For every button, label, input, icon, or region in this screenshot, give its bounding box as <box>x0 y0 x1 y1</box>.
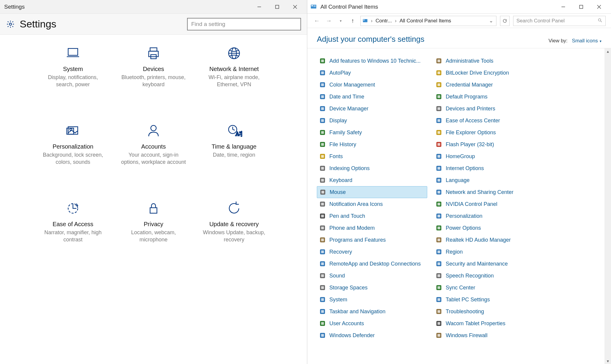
audio-icon <box>436 237 442 243</box>
cp-item-mouse[interactable]: Mouse <box>317 186 427 198</box>
viewby-value: Small icons <box>572 38 598 44</box>
shield-icon <box>319 332 326 339</box>
tile-personalization[interactable]: Personalization Background, lock screen,… <box>33 123 113 188</box>
tile-system[interactable]: System Display, notifications, search, p… <box>33 45 113 111</box>
tile-update[interactable]: Update & recovery Windows Update, backup… <box>194 200 274 266</box>
scroll-down-icon[interactable]: ▾ <box>607 359 609 363</box>
cp-item-homegroup[interactable]: HomeGroup <box>433 150 544 162</box>
cp-item-administrative-tools[interactable]: Administrative Tools <box>433 55 544 67</box>
cp-item-label: NVIDIA Control Panel <box>446 201 497 207</box>
breadcrumb-current[interactable]: All Control Panel Items <box>399 18 451 24</box>
minimize-button[interactable] <box>250 1 268 13</box>
recovery-icon <box>319 249 326 255</box>
keyboard-icon <box>319 177 326 183</box>
svg-rect-28 <box>580 5 583 8</box>
cp-item-region[interactable]: Region <box>433 246 544 258</box>
cp-item-label: Sync Center <box>446 285 475 291</box>
box-icon <box>319 237 326 243</box>
cp-item-devices-and-printers[interactable]: Devices and Printers <box>433 103 544 115</box>
cp-item-language[interactable]: Language <box>433 174 544 186</box>
svg-rect-66 <box>437 143 440 146</box>
recent-dropdown-icon[interactable]: ▾ <box>337 17 345 25</box>
cp-item-wacom-tablet-properties[interactable]: Wacom Tablet Properties <box>433 317 544 329</box>
cp-item-nvidia-control-panel[interactable]: NVIDIA Control Panel <box>433 198 544 210</box>
cp-item-programs-and-features[interactable]: Programs and Features <box>317 234 427 246</box>
cp-item-color-management[interactable]: Color Management <box>317 79 427 91</box>
tile-privacy[interactable]: Privacy Location, webcam, microphone <box>113 200 194 266</box>
cp-item-recovery[interactable]: Recovery <box>317 246 427 258</box>
tile-accounts[interactable]: Accounts Your account, sign-in options, … <box>113 123 194 188</box>
cp-item-fonts[interactable]: Fonts <box>317 150 427 162</box>
cp-item-display[interactable]: Display <box>317 115 427 127</box>
cp-item-file-history[interactable]: File History <box>317 138 427 150</box>
tile-network[interactable]: Network & Internet Wi-Fi, airplane mode,… <box>194 45 274 111</box>
settings-search-input[interactable] <box>191 21 297 27</box>
cp-item-taskbar-and-navigation[interactable]: Taskbar and Navigation <box>317 306 427 317</box>
cp-item-power-options[interactable]: Power Options <box>433 222 544 234</box>
up-button[interactable]: ↑ <box>348 17 357 25</box>
tablet-icon <box>436 296 442 303</box>
address-bar[interactable]: › Contr... › All Control Panel Items ⌄ <box>360 16 496 26</box>
cp-item-ease-of-access-center[interactable]: Ease of Access Center <box>433 115 544 127</box>
viewby-dropdown[interactable]: Small icons▾ <box>572 38 601 44</box>
cp-item-realtek-hd-audio-manager[interactable]: Realtek HD Audio Manager <box>433 234 544 246</box>
cp-item-internet-options[interactable]: Internet Options <box>433 162 544 174</box>
cp-item-tablet-pc-settings[interactable]: Tablet PC Settings <box>433 294 544 306</box>
cp-item-remoteapp-and-desktop-connections[interactable]: RemoteApp and Desktop Connections <box>317 258 427 270</box>
cp-item-troubleshooting[interactable]: Troubleshooting <box>433 306 544 317</box>
cp-item-bitlocker-drive-encryption[interactable]: BitLocker Drive Encryption <box>433 67 544 79</box>
address-dropdown-icon[interactable]: ⌄ <box>488 18 494 24</box>
cp-item-network-and-sharing-center[interactable]: Network and Sharing Center <box>433 186 544 198</box>
back-button[interactable]: ← <box>313 17 321 25</box>
cp-item-device-manager[interactable]: Device Manager <box>317 103 427 115</box>
breadcrumb-root[interactable]: Contr... <box>376 18 392 24</box>
tile-time[interactable]: A字 Time & language Date, time, region <box>194 123 274 188</box>
settings-search-box[interactable] <box>187 18 301 30</box>
maximize-button[interactable] <box>572 1 590 13</box>
cp-item-storage-spaces[interactable]: Storage Spaces <box>317 282 427 294</box>
cp-item-indexing-options[interactable]: Indexing Options <box>317 162 427 174</box>
cp-item-date-and-time[interactable]: Date and Time <box>317 91 427 103</box>
svg-rect-25 <box>314 5 316 6</box>
tile-ease[interactable]: Ease of Access Narrator, magnifier, high… <box>33 200 113 266</box>
tile-devices[interactable]: Devices Bluetooth, printers, mouse, keyb… <box>113 45 194 111</box>
scrollbar[interactable]: ▴ ▾ <box>604 48 611 364</box>
maximize-button[interactable] <box>268 1 286 13</box>
cp-item-add-features-to-windows-10-technic[interactable]: Add features to Windows 10 Technic... <box>317 55 427 67</box>
cp-item-sound[interactable]: Sound <box>317 270 427 282</box>
settings-titlebar[interactable]: Settings <box>0 0 307 14</box>
control-panel-search-input[interactable] <box>516 18 596 24</box>
close-button[interactable] <box>286 1 304 13</box>
chevron-right-icon[interactable]: › <box>371 18 373 24</box>
control-panel-search-box[interactable] <box>513 16 606 26</box>
cp-item-label: Recovery <box>329 249 352 255</box>
chevron-right-icon[interactable]: › <box>395 18 396 24</box>
cp-item-pen-and-touch[interactable]: Pen and Touch <box>317 210 427 222</box>
cp-item-notification-area-icons[interactable]: Notification Area Icons <box>317 198 427 210</box>
refresh-button[interactable] <box>500 16 510 26</box>
cp-item-speech-recognition[interactable]: Speech Recognition <box>433 270 544 282</box>
cp-item-windows-firewall[interactable]: Windows Firewall <box>433 329 544 341</box>
viewby-label: View by: <box>548 38 567 44</box>
cp-item-personalization[interactable]: Personalization <box>433 210 544 222</box>
close-button[interactable] <box>590 1 608 13</box>
cp-item-windows-defender[interactable]: Windows Defender <box>317 329 427 341</box>
cp-item-default-programs[interactable]: Default Programs <box>433 91 544 103</box>
svg-rect-76 <box>321 179 324 181</box>
cp-item-file-explorer-options[interactable]: File Explorer Options <box>433 127 544 138</box>
cp-item-keyboard[interactable]: Keyboard <box>317 174 427 186</box>
cp-item-flash-player-32-bit[interactable]: Flash Player (32-bit) <box>433 138 544 150</box>
minimize-button[interactable] <box>554 1 572 13</box>
cp-item-autoplay[interactable]: AutoPlay <box>317 67 427 79</box>
cp-item-phone-and-modem[interactable]: Phone and Modem <box>317 222 427 234</box>
cp-item-sync-center[interactable]: Sync Center <box>433 282 544 294</box>
scroll-up-icon[interactable]: ▴ <box>607 49 609 54</box>
cp-item-family-safety[interactable]: Family Safety <box>317 127 427 138</box>
control-panel-titlebar[interactable]: All Control Panel Items <box>307 0 611 14</box>
forward-button[interactable]: → <box>325 17 333 25</box>
cp-item-user-accounts[interactable]: User Accounts <box>317 317 427 329</box>
cp-item-security-and-maintenance[interactable]: Security and Maintenance <box>433 258 544 270</box>
cp-item-credential-manager[interactable]: Credential Manager <box>433 79 544 91</box>
cp-item-system[interactable]: System <box>317 294 427 306</box>
cp-item-label: Indexing Options <box>329 165 370 172</box>
